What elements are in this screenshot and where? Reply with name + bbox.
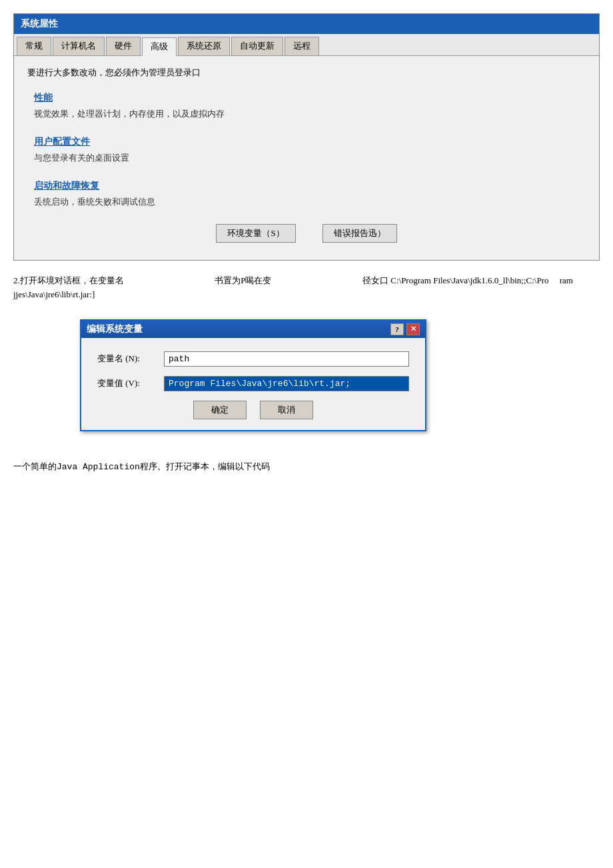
dialog-close-button[interactable]: ✕ [406,323,420,335]
dialog-body: 变量名 (N): 变量值 (V): 确定 取消 [81,338,425,430]
dialog-title-controls: ? ✕ [390,323,420,335]
user-profile-section: 用户配置文件 与您登录有关的桌面设置 [27,136,586,164]
user-profile-link[interactable]: 用户配置文件 [34,136,586,148]
tabs-bar: 常规 计算机名 硬件 高级 系统还原 自动更新 远程 [14,34,599,56]
var-name-row: 变量名 (N): [97,351,409,367]
bottom-buttons: 环境变量（S） 错误报告迅） [27,224,586,243]
performance-section: 性能 视觉效果，处理器计划，内存使用，以及虚拟内存 [27,92,586,120]
tab-hardware[interactable]: 硬件 [106,37,141,55]
system-content: 要进行大多数改动，您必须作为管理员登录口 性能 视觉效果，处理器计划，内存使用，… [14,56,599,260]
tab-auto-update[interactable]: 自动更新 [231,37,283,55]
bottom-instruction: 一个简单的Java Application程序。打开记事本，编辑以下代码 [13,461,600,473]
performance-link[interactable]: 性能 [34,92,586,104]
edit-system-variable-dialog: 编辑系统变量 ? ✕ 变量名 (N): 变量值 (V): 确定 取消 [80,319,426,431]
system-properties-window: 系统屋性 常规 计算机名 硬件 高级 系统还原 自动更新 远程 要进行大多数改动… [13,13,600,261]
tab-computer-name[interactable]: 计算机名 [53,37,105,55]
dialog-title-text: 编辑系统变量 [87,323,143,335]
var-name-input[interactable] [164,351,409,367]
system-properties-title: 系统屋性 [14,14,599,34]
performance-desc: 视觉效果，处理器计划，内存使用，以及虚拟内存 [34,108,586,120]
env-variables-button[interactable]: 环境变量（S） [216,224,295,243]
tab-system-restore[interactable]: 系统还原 [178,37,230,55]
dialog-ok-button[interactable]: 确定 [193,401,247,419]
user-profile-desc: 与您登录有关的桌面设置 [34,152,586,164]
startup-recovery-section: 启动和故障恢复 丢统启动，垂统失败和调试信息 [27,180,586,208]
var-value-row: 变量值 (V): [97,376,409,391]
tab-general[interactable]: 常规 [17,37,51,55]
startup-recovery-desc: 丢统启动，垂统失败和调试信息 [34,196,586,208]
var-value-label: 变量值 (V): [97,377,164,389]
set-to-text: 书置为P喝在变 [215,275,271,285]
tab-advanced[interactable]: 高级 [142,37,177,56]
error-report-button[interactable]: 错误报告迅） [322,224,397,243]
instruction-text: 2.打开坏境对话框，在变量名 [13,275,124,285]
dialog-actions: 确定 取消 [97,401,409,419]
dialog-title-bar: 编辑系统变量 ? ✕ [81,321,425,338]
tab-remote[interactable]: 远程 [285,37,319,55]
var-value-input[interactable] [164,376,409,391]
var-name-label: 变量名 (N): [97,353,164,365]
instruction-area: 2.打开坏境对话框，在变量名 书置为P喝在变 径女口 C:\Program Fi… [13,274,600,302]
startup-recovery-link[interactable]: 启动和故障恢复 [34,180,586,192]
dialog-backdrop: 编辑系统变量 ? ✕ 变量名 (N): 变量值 (V): 确定 取消 [80,319,426,431]
dialog-cancel-button[interactable]: 取消 [260,401,313,419]
dialog-help-button[interactable]: ? [390,323,404,335]
admin-notice: 要进行大多数改动，您必须作为管理员登录口 [27,67,586,79]
title-text: 系统屋性 [21,19,58,29]
